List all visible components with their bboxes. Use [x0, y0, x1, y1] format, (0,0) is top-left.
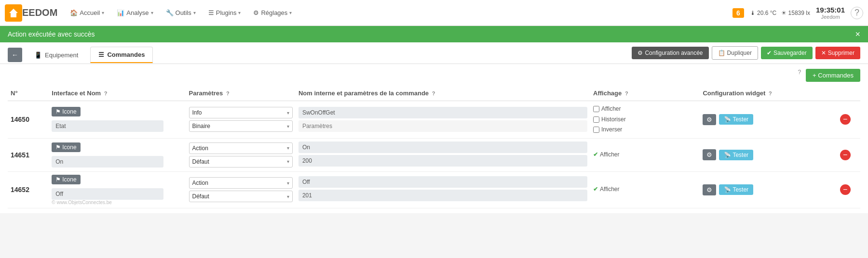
row-del-14651: − — [837, 138, 860, 171]
config-avancee-button[interactable]: ⚙ Configuration avancée — [632, 47, 708, 59]
add-commandes-button[interactable]: + Commandes — [806, 69, 860, 82]
time-block: 19:35:01 Jeedom — [816, 6, 845, 20]
alert-close-button[interactable]: × — [855, 30, 860, 39]
row-affichage-14651: ✔ Afficher — [590, 138, 700, 171]
icon-label: Icone — [62, 108, 76, 115]
logo[interactable]: EEDOM — [5, 4, 57, 22]
supprimer-button[interactable]: ✕ Supprimer — [815, 47, 860, 59]
gear-button-14652[interactable]: ⚙ — [703, 184, 716, 195]
time-display: 19:35:01 — [816, 6, 845, 14]
add-commandes-label: + Commandes — [813, 72, 854, 79]
nav-analyse-label: Analyse — [126, 9, 149, 16]
caret-icon: ▾ — [287, 181, 289, 186]
row-params-14652: Action ▾ Défaut ▾ — [186, 171, 296, 208]
delete-row-14650[interactable]: − — [840, 114, 851, 125]
help-button[interactable]: ? — [851, 7, 863, 19]
nav-outils[interactable]: 🔧 Outils ▾ — [161, 6, 201, 19]
notification-badge[interactable]: 6 — [732, 8, 744, 18]
logo-text: EEDOM — [22, 7, 57, 18]
nav-reglages[interactable]: ⚙ Réglages ▾ — [248, 6, 297, 19]
checkbox-historiser-14650[interactable] — [593, 116, 599, 123]
tab-bar-right: ⚙ Configuration avancée 📋 Dupliquer ✔ Sa… — [632, 46, 860, 64]
commandes-icon: ☰ — [98, 51, 104, 58]
antenna-icon: 📡 — [724, 186, 731, 193]
commands-top: ? + Commandes — [8, 69, 860, 86]
delete-row-14651[interactable]: − — [840, 150, 851, 160]
param-type-select-14650[interactable]: Info ▾ — [189, 107, 293, 118]
gear-icon: ⚙ — [637, 50, 643, 56]
equipement-icon: 📱 — [34, 52, 42, 59]
nom-interne-input-14650[interactable] — [298, 107, 587, 118]
params-input-14650[interactable] — [298, 120, 587, 132]
checkmark-icon: ✔ — [593, 150, 598, 160]
icon-button-14650[interactable]: ⚑ Icone — [52, 107, 80, 116]
tester-button-14651[interactable]: 📡 Tester — [719, 150, 753, 160]
check-afficher-14652: ✔ Afficher — [593, 184, 697, 195]
supprimer-label: Supprimer — [828, 50, 854, 56]
sauvegarder-button[interactable]: ✔ Sauvegarder — [761, 47, 813, 59]
light-level: ☀ 15839 lx — [781, 10, 810, 16]
checkbox-inverser-14650[interactable] — [593, 127, 599, 133]
nav-accueil[interactable]: 🏠 Accueil ▾ — [65, 6, 109, 19]
col-header-num: N° — [8, 86, 49, 101]
col-header-nom-interne: Nom interne et paramètres de la commande… — [296, 86, 590, 101]
caret-icon: ▾ — [151, 10, 153, 15]
affichage-hint: ? — [625, 90, 628, 96]
param-type-select-14651[interactable]: Action ▾ — [189, 142, 293, 154]
nav-outils-label: Outils — [176, 9, 191, 16]
icon-button-14652[interactable]: ⚑ Icone — [52, 175, 80, 184]
nom-interne-input-14651[interactable] — [298, 142, 587, 153]
gear-button-14651[interactable]: ⚙ — [703, 149, 716, 160]
nav-plugins[interactable]: ☰ Plugins ▾ — [203, 6, 246, 19]
caret-icon: ▾ — [102, 10, 104, 15]
delete-row-14652[interactable]: − — [840, 184, 851, 195]
tab-bar-left: ← 📱 Equipement ☰ Commandes — [8, 47, 153, 63]
weather-info: 🌡 20.6 °C ☀ 15839 lx — [750, 10, 810, 16]
param-type-select-14652[interactable]: Action ▾ — [189, 177, 293, 189]
tab-commandes-label: Commandes — [107, 51, 145, 58]
param-sub-select-14652[interactable]: Défaut ▾ — [189, 191, 293, 202]
tab-equipement[interactable]: 📱 Equipement — [26, 47, 86, 63]
table-row: 14650 ⚑ Icone Info — [8, 101, 860, 139]
col-header-del — [837, 86, 860, 101]
check-afficher-14650: Afficher — [593, 104, 697, 115]
nav-analyse[interactable]: 📊 Analyse ▾ — [112, 6, 158, 19]
name-input-14651[interactable] — [52, 156, 163, 168]
name-input-14650[interactable] — [52, 120, 163, 132]
watermark: © www.ObjetsConnectes.be — [52, 200, 183, 205]
dupliquer-button[interactable]: 📋 Dupliquer — [712, 46, 758, 60]
caret-icon: ▾ — [238, 10, 241, 15]
temperature: 🌡 20.6 °C — [750, 10, 777, 16]
config-widget-14650: ⚙ 📡 Tester — [703, 114, 834, 125]
params-value-input-14652[interactable] — [298, 190, 587, 201]
row-nom-interne-14650 — [296, 101, 590, 139]
nom-interne-input-14652[interactable] — [298, 176, 587, 188]
checkbox-afficher-14650[interactable] — [593, 106, 599, 112]
name-input-14652[interactable] — [52, 188, 163, 200]
row-params-14650: Info ▾ Binaire ▾ — [186, 101, 296, 139]
config-hint: ? — [769, 90, 772, 96]
delete-icon: ✕ — [821, 50, 826, 56]
help-icon[interactable]: ? — [798, 69, 801, 82]
icon-label: Icone — [62, 144, 76, 151]
params-value-input-14651[interactable] — [298, 155, 587, 167]
back-button[interactable]: ← — [8, 48, 22, 62]
gear-button-14650[interactable]: ⚙ — [703, 114, 716, 125]
table-row: 14652 ⚑ Icone © www.ObjetsConnectes.be — [8, 171, 860, 208]
analyse-icon: 📊 — [117, 9, 124, 16]
row-config-14651: ⚙ 📡 Tester — [700, 138, 837, 171]
icon-button-14651[interactable]: ⚑ Icone — [52, 142, 80, 152]
tester-button-14650[interactable]: 📡 Tester — [719, 114, 753, 125]
tester-button-14652[interactable]: 📡 Tester — [719, 184, 753, 195]
param-sub-select-14651[interactable]: Défaut ▾ — [189, 156, 293, 168]
home-icon: 🏠 — [70, 9, 78, 16]
row-id-14651: 14651 — [8, 138, 49, 171]
row-params-14651: Action ▾ Défaut ▾ — [186, 138, 296, 171]
antenna-icon: 📡 — [724, 116, 731, 123]
plugins-icon: ☰ — [208, 9, 214, 16]
config-avancee-label: Configuration avancée — [645, 50, 703, 56]
tab-commandes[interactable]: ☰ Commandes — [90, 47, 153, 63]
check-historiser-14650: Historiser — [593, 115, 697, 125]
flag-icon: ⚑ — [55, 108, 61, 115]
param-sub-select-14650[interactable]: Binaire ▾ — [189, 120, 293, 132]
